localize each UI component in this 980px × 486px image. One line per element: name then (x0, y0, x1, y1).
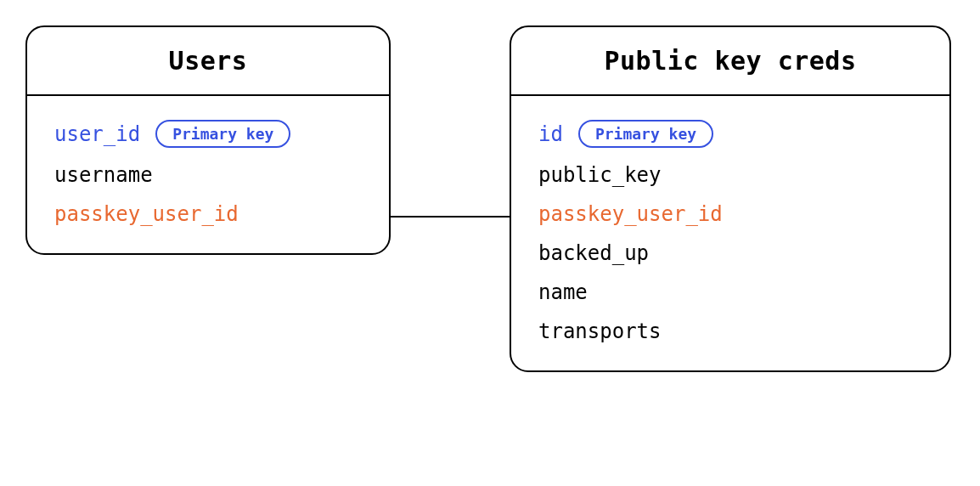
field-passkey-user-id: passkey_user_id (54, 202, 239, 226)
field-row: id Primary key (538, 120, 922, 148)
field-user-id: user_id (54, 122, 140, 146)
field-name: name (538, 280, 588, 304)
field-row: username (54, 163, 362, 187)
relationship-line (391, 216, 510, 218)
entity-users: Users user_id Primary key username passk… (25, 25, 391, 255)
field-row: passkey_user_id (54, 202, 362, 226)
field-username: username (54, 163, 153, 187)
entity-public-key-creds: Public key creds id Primary key public_k… (510, 25, 951, 372)
entity-users-title: Users (169, 46, 248, 76)
field-row: user_id Primary key (54, 120, 362, 148)
field-row: backed_up (538, 241, 922, 265)
entity-creds-body: id Primary key public_key passkey_user_i… (511, 96, 949, 370)
primary-key-badge: Primary key (578, 120, 713, 148)
primary-key-badge: Primary key (155, 120, 290, 148)
entity-creds-title: Public key creds (605, 46, 857, 76)
field-row: transports (538, 319, 922, 343)
entity-users-body: user_id Primary key username passkey_use… (27, 96, 389, 253)
field-row: name (538, 280, 922, 304)
entity-users-header: Users (27, 27, 389, 96)
field-backed-up: backed_up (538, 241, 649, 265)
field-row: passkey_user_id (538, 202, 922, 226)
field-transports: transports (538, 319, 662, 343)
field-public-key: public_key (538, 163, 662, 187)
field-row: public_key (538, 163, 922, 187)
field-passkey-user-id: passkey_user_id (538, 202, 723, 226)
entity-creds-header: Public key creds (511, 27, 949, 96)
field-id: id (538, 122, 563, 146)
